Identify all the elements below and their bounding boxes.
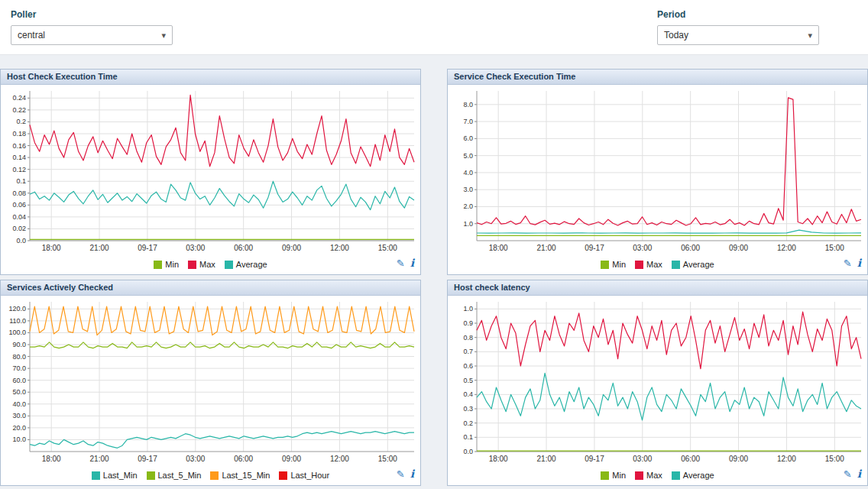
panel-host-check-latency: Host check latency 18:0021:0009-1703:000… bbox=[447, 280, 868, 486]
period-label: Period bbox=[657, 9, 819, 20]
chart-canvas[interactable]: 18:0021:0009-1703:0006:0009:0012:0015:00… bbox=[1, 296, 420, 465]
legend-item-average[interactable]: Average bbox=[225, 260, 267, 269]
svg-text:09:00: 09:00 bbox=[282, 455, 301, 463]
legend-swatch bbox=[601, 471, 609, 480]
legend-swatch bbox=[147, 471, 155, 480]
svg-text:09-17: 09-17 bbox=[585, 455, 604, 463]
svg-text:0.1: 0.1 bbox=[463, 433, 473, 441]
svg-text:09-17: 09-17 bbox=[585, 244, 604, 252]
panel-footer: MinMaxAverage ✎ i bbox=[1, 254, 420, 274]
svg-text:80.0: 80.0 bbox=[12, 353, 26, 361]
legend-swatch bbox=[672, 471, 680, 480]
info-icon[interactable]: i bbox=[857, 468, 861, 479]
poller-filter: Poller central ▾ bbox=[11, 9, 173, 54]
legend-item-last_5_min[interactable]: Last_5_Min bbox=[147, 471, 202, 480]
poller-select[interactable]: central ▾ bbox=[11, 25, 173, 45]
chevron-down-icon: ▾ bbox=[161, 31, 166, 40]
legend-label: Min bbox=[165, 260, 179, 269]
svg-text:0.0: 0.0 bbox=[463, 448, 473, 455]
legend-swatch bbox=[635, 471, 643, 480]
svg-text:15:00: 15:00 bbox=[825, 455, 844, 463]
svg-text:15:00: 15:00 bbox=[378, 455, 397, 463]
legend-item-average[interactable]: Average bbox=[672, 471, 714, 480]
chart-canvas[interactable]: 18:0021:0009-1703:0006:0009:0012:0015:00… bbox=[448, 296, 867, 465]
svg-text:0.8: 0.8 bbox=[463, 334, 473, 342]
chart-legend: MinMaxAverage bbox=[601, 471, 714, 480]
pencil-icon[interactable]: ✎ bbox=[844, 258, 852, 268]
svg-text:0.24: 0.24 bbox=[12, 94, 26, 102]
legend-item-min[interactable]: Min bbox=[154, 260, 179, 269]
svg-text:0.2: 0.2 bbox=[16, 118, 26, 125]
panel-icons: ✎ i bbox=[844, 257, 861, 268]
legend-swatch bbox=[672, 261, 680, 269]
chart-canvas[interactable]: 18:0021:0009-1703:0006:0009:0012:0015:00… bbox=[1, 85, 420, 254]
svg-text:09:00: 09:00 bbox=[729, 455, 748, 463]
chart-canvas[interactable]: 18:0021:0009-1703:0006:0009:0012:0015:00… bbox=[448, 85, 867, 254]
svg-text:03:00: 03:00 bbox=[633, 455, 652, 463]
svg-text:21:00: 21:00 bbox=[537, 244, 556, 252]
poller-select-value: central bbox=[18, 30, 45, 40]
svg-text:03:00: 03:00 bbox=[186, 244, 205, 252]
legend-swatch bbox=[188, 261, 196, 269]
svg-text:21:00: 21:00 bbox=[537, 455, 556, 463]
legend-item-last_hour[interactable]: Last_Hour bbox=[279, 471, 329, 480]
panel-footer: Last_MinLast_5_MinLast_15_MinLast_Hour ✎… bbox=[1, 465, 420, 485]
pencil-icon[interactable]: ✎ bbox=[397, 469, 405, 479]
svg-text:0.14: 0.14 bbox=[12, 154, 26, 161]
pencil-icon[interactable]: ✎ bbox=[397, 258, 405, 268]
svg-text:110.0: 110.0 bbox=[9, 317, 26, 325]
svg-text:1.0: 1.0 bbox=[463, 305, 473, 313]
chevron-down-icon: ▾ bbox=[808, 31, 812, 40]
svg-text:09-17: 09-17 bbox=[138, 244, 157, 252]
svg-text:21:00: 21:00 bbox=[90, 244, 109, 252]
svg-text:12:00: 12:00 bbox=[330, 244, 349, 252]
info-icon[interactable]: i bbox=[410, 468, 414, 479]
svg-text:90.0: 90.0 bbox=[12, 341, 26, 348]
svg-text:09-17: 09-17 bbox=[138, 455, 157, 463]
legend-label: Average bbox=[683, 471, 714, 480]
svg-text:15:00: 15:00 bbox=[378, 244, 397, 252]
legend-item-min[interactable]: Min bbox=[601, 260, 626, 269]
legend-item-max[interactable]: Max bbox=[188, 260, 215, 269]
period-filter: Period Today ▾ bbox=[657, 9, 819, 54]
pencil-icon[interactable]: ✎ bbox=[844, 469, 852, 479]
info-icon[interactable]: i bbox=[857, 257, 861, 268]
svg-text:15:00: 15:00 bbox=[825, 244, 844, 252]
legend-item-min[interactable]: Min bbox=[601, 471, 626, 480]
legend-swatch bbox=[279, 471, 287, 480]
panel-host-check-execution-time: Host Check Execution Time 18:0021:0009-1… bbox=[0, 69, 421, 275]
svg-text:1.0: 1.0 bbox=[463, 220, 473, 228]
svg-text:06:00: 06:00 bbox=[234, 244, 253, 252]
legend-swatch bbox=[154, 261, 162, 269]
svg-text:12:00: 12:00 bbox=[777, 455, 796, 463]
svg-text:6.0: 6.0 bbox=[463, 134, 473, 142]
svg-text:0.12: 0.12 bbox=[12, 166, 26, 173]
info-icon[interactable]: i bbox=[410, 257, 414, 268]
panel-icons: ✎ i bbox=[397, 257, 414, 268]
svg-text:30.0: 30.0 bbox=[12, 412, 26, 419]
panel-title: Services Actively Checked bbox=[1, 280, 420, 296]
period-select[interactable]: Today ▾ bbox=[657, 25, 819, 45]
svg-text:18:00: 18:00 bbox=[489, 455, 508, 463]
legend-item-max[interactable]: Max bbox=[635, 471, 662, 480]
svg-text:50.0: 50.0 bbox=[12, 388, 26, 396]
svg-text:0.02: 0.02 bbox=[12, 225, 26, 232]
panel-service-check-execution-time: Service Check Execution Time 18:0021:000… bbox=[447, 69, 868, 275]
svg-text:4.0: 4.0 bbox=[463, 169, 473, 176]
svg-text:3.0: 3.0 bbox=[463, 186, 473, 193]
legend-label: Max bbox=[646, 260, 662, 269]
legend-label: Last_Min bbox=[103, 471, 138, 480]
svg-text:0.9: 0.9 bbox=[463, 319, 473, 327]
legend-swatch bbox=[635, 261, 643, 269]
legend-item-average[interactable]: Average bbox=[672, 260, 714, 269]
legend-label: Last_15_Min bbox=[222, 471, 270, 480]
legend-item-last_min[interactable]: Last_Min bbox=[92, 471, 138, 480]
svg-text:09:00: 09:00 bbox=[729, 244, 748, 252]
panel-title: Host Check Execution Time bbox=[1, 70, 420, 85]
svg-text:03:00: 03:00 bbox=[633, 244, 652, 252]
svg-text:0.7: 0.7 bbox=[463, 348, 473, 355]
svg-text:120.0: 120.0 bbox=[8, 305, 26, 313]
legend-item-last_15_min[interactable]: Last_15_Min bbox=[210, 471, 270, 480]
svg-text:2.0: 2.0 bbox=[463, 202, 473, 210]
legend-item-max[interactable]: Max bbox=[635, 260, 662, 269]
